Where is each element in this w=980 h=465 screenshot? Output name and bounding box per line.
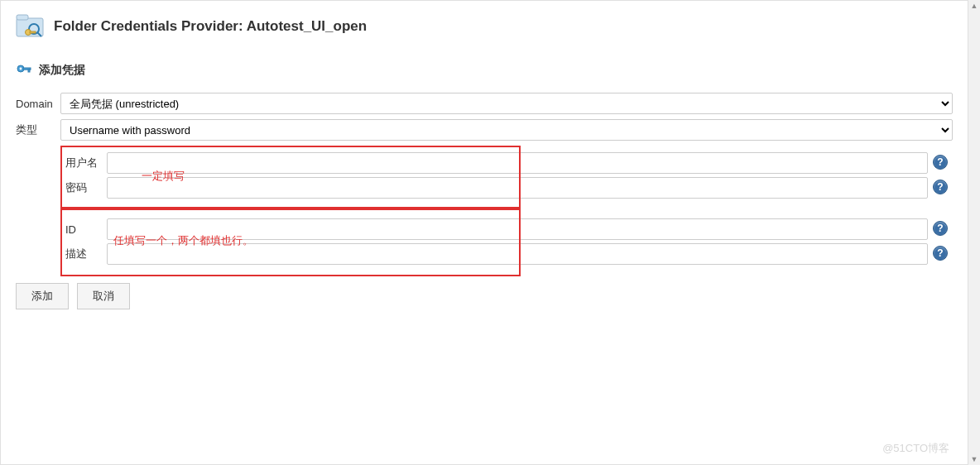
block-user-pass: 用户名 ? 密码 ? 一定填写: [60, 146, 953, 205]
header: Folder Credentials Provider: Autotest_UI…: [1, 1, 968, 47]
row-type: 类型 Username with password: [16, 119, 953, 141]
type-label: 类型: [16, 122, 60, 137]
watermark: @51CTO博客: [882, 441, 949, 456]
svg-rect-9: [28, 70, 30, 72]
page-title: Folder Credentials Provider: Autotest_UI…: [54, 18, 367, 35]
form: Domain 全局凭据 (unrestricted) 类型 Username w…: [1, 84, 968, 271]
row-username: 用户名 ?: [62, 152, 951, 174]
row-password: 密码 ?: [62, 177, 951, 199]
row-domain: Domain 全局凭据 (unrestricted): [16, 93, 953, 114]
help-icon[interactable]: ?: [933, 180, 948, 194]
svg-rect-5: [30, 31, 36, 33]
scrollbar[interactable]: ▲ ▼: [968, 0, 980, 465]
type-select[interactable]: Username with password: [60, 119, 953, 141]
section-title-text: 添加凭据: [39, 63, 85, 78]
password-label: 密码: [62, 180, 107, 195]
scroll-up-icon[interactable]: ▲: [968, 0, 980, 12]
button-row: 添加 取消: [1, 271, 968, 321]
domain-select[interactable]: 全局凭据 (unrestricted): [60, 93, 953, 114]
id-label: ID: [62, 223, 107, 236]
id-input[interactable]: [107, 218, 928, 240]
description-input[interactable]: [107, 243, 928, 265]
scroll-down-icon[interactable]: ▼: [968, 453, 980, 465]
section-add-credentials: 添加凭据: [1, 47, 968, 84]
block-id-desc: ID ? 描述 ? 任填写一个，两个都填也行。: [60, 212, 953, 271]
help-icon[interactable]: ?: [933, 221, 948, 236]
gap: [16, 205, 953, 212]
help-icon[interactable]: ?: [933, 155, 948, 170]
username-input[interactable]: [107, 152, 928, 174]
key-icon: [16, 62, 32, 78]
help-icon[interactable]: ?: [933, 246, 948, 261]
svg-point-7: [20, 68, 22, 70]
domain-label: Domain: [16, 98, 60, 110]
row-description: 描述 ?: [62, 243, 951, 265]
add-button[interactable]: 添加: [16, 283, 69, 309]
password-input[interactable]: [107, 177, 928, 199]
svg-rect-1: [17, 15, 28, 20]
description-label: 描述: [62, 247, 107, 261]
page: Folder Credentials Provider: Autotest_UI…: [0, 0, 968, 465]
username-label: 用户名: [62, 156, 107, 170]
folder-credentials-icon: [16, 14, 46, 39]
cancel-button[interactable]: 取消: [77, 283, 130, 309]
row-id: ID ?: [62, 218, 951, 240]
